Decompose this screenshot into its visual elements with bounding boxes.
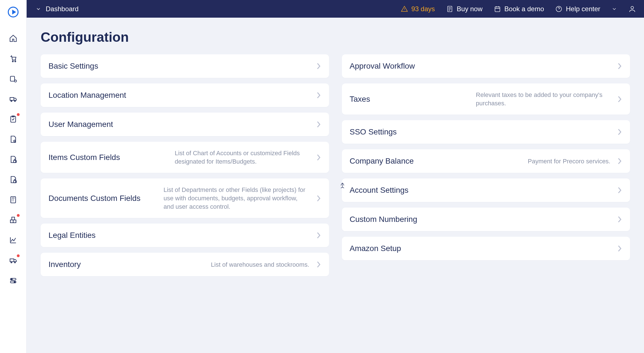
left-column: Basic Settings Location Management User …: [41, 54, 329, 276]
card-sso-settings[interactable]: SSO Settings: [342, 120, 630, 144]
card-title: Inventory: [48, 260, 81, 269]
card-title: Taxes: [350, 95, 370, 104]
calculator-icon[interactable]: [8, 195, 18, 205]
card-title: Documents Custom Fields: [48, 194, 140, 203]
topbar-right: 93 days Buy now Book a demo Help center: [401, 5, 636, 13]
svg-point-7: [14, 101, 15, 102]
svg-rect-12: [11, 197, 16, 203]
trial-days-label: 93 days: [411, 5, 435, 13]
chevron-right-icon: [617, 128, 622, 136]
card-title: Items Custom Fields: [48, 153, 120, 162]
dropdown-caret[interactable]: [611, 6, 617, 12]
svg-point-22: [14, 282, 15, 283]
card-approval-workflow[interactable]: Approval Workflow: [342, 54, 630, 78]
trial-days[interactable]: 93 days: [401, 5, 435, 13]
page-title: Configuration: [41, 29, 630, 45]
card-description: List of Departments or other Fields (lik…: [164, 186, 309, 211]
chevron-right-icon: [316, 154, 321, 161]
chevron-right-icon: [617, 245, 622, 252]
svg-point-26: [631, 6, 633, 9]
svg-point-18: [14, 262, 15, 263]
card-title: Amazon Setup: [350, 244, 401, 253]
chevron-right-icon: [617, 186, 622, 194]
card-basic-settings[interactable]: Basic Settings: [41, 54, 329, 78]
card-description: List of warehouses and stockrooms.: [211, 261, 309, 269]
cart-icon[interactable]: [8, 54, 18, 63]
receipt-icon: [446, 5, 453, 13]
card-title: Legal Entities: [48, 231, 96, 240]
buy-now-button[interactable]: Buy now: [446, 5, 483, 13]
document-cog-icon[interactable]: [8, 134, 18, 144]
card-title: Location Management: [48, 91, 126, 100]
user-menu[interactable]: [628, 5, 636, 13]
card-title: Account Settings: [350, 186, 409, 195]
svg-point-17: [11, 262, 12, 263]
card-description: Relevant taxes to be added to your compa…: [476, 91, 610, 107]
card-amazon-setup[interactable]: Amazon Setup: [342, 237, 630, 260]
card-legal-entities[interactable]: Legal Entities: [41, 224, 329, 247]
card-account-settings[interactable]: Account Settings: [342, 178, 630, 202]
card-items-custom-fields[interactable]: Items Custom Fields List of Chart of Acc…: [41, 142, 329, 173]
svg-point-6: [11, 101, 12, 102]
card-location-management[interactable]: Location Management: [41, 83, 329, 107]
card-title: Custom Numbering: [350, 215, 417, 224]
warning-icon: [401, 5, 408, 13]
svg-rect-3: [10, 76, 15, 81]
notification-badge: [17, 113, 20, 116]
svg-rect-15: [12, 217, 15, 220]
breadcrumb-dropdown[interactable]: Dashboard: [36, 5, 78, 13]
notification-badge: [17, 214, 20, 217]
topbar: Dashboard 93 days Buy now Book a demo He…: [27, 0, 644, 18]
shipments-icon[interactable]: [8, 256, 18, 265]
request-icon[interactable]: [8, 74, 18, 83]
book-demo-button[interactable]: Book a demo: [494, 5, 544, 13]
chevron-right-icon: [316, 120, 321, 128]
chevron-right-icon: [316, 261, 321, 268]
card-taxes[interactable]: Taxes Relevant taxes to be added to your…: [342, 83, 630, 115]
card-inventory[interactable]: Inventory List of warehouses and stockro…: [41, 253, 329, 276]
notification-badge: [17, 254, 20, 257]
chevron-right-icon: [316, 91, 321, 99]
boxes-icon[interactable]: [8, 215, 18, 225]
user-icon: [628, 5, 636, 13]
chevron-right-icon: [617, 215, 622, 223]
app-logo[interactable]: [7, 6, 19, 18]
sidebar-rail: [0, 0, 27, 353]
card-title: SSO Settings: [350, 127, 397, 136]
card-title: Company Balance: [350, 157, 414, 166]
home-icon[interactable]: [8, 34, 18, 43]
settings-toggle-icon[interactable]: [8, 276, 18, 285]
svg-point-2: [15, 61, 16, 62]
chevron-down-icon: [611, 6, 617, 12]
chevron-right-icon: [316, 194, 321, 202]
file-lock-alt-icon[interactable]: [8, 175, 18, 184]
card-description: List of Chart of Accounts or customized …: [175, 149, 309, 166]
card-documents-custom-fields[interactable]: Documents Custom Fields List of Departme…: [41, 178, 329, 218]
card-title: Basic Settings: [48, 62, 98, 71]
svg-rect-24: [495, 7, 500, 11]
chevron-right-icon: [316, 62, 321, 70]
svg-rect-16: [10, 259, 14, 262]
book-demo-label: Book a demo: [504, 5, 544, 13]
truck-list-icon[interactable]: [8, 94, 18, 104]
svg-rect-5: [10, 97, 14, 100]
help-center-button[interactable]: Help center: [555, 5, 600, 13]
clipboard-check-icon[interactable]: [8, 114, 18, 124]
buy-now-label: Buy now: [457, 5, 483, 13]
main-content: Configuration Basic Settings Location Ma…: [27, 18, 644, 353]
svg-point-9: [14, 140, 15, 142]
card-company-balance[interactable]: Company Balance Payment for Precoro serv…: [342, 149, 630, 173]
card-user-management[interactable]: User Management: [41, 113, 329, 136]
calendar-icon: [494, 5, 501, 13]
card-title: User Management: [48, 120, 113, 129]
svg-point-1: [12, 61, 13, 62]
card-description: Payment for Precoro services.: [528, 157, 610, 166]
help-center-label: Help center: [566, 5, 600, 13]
card-custom-numbering[interactable]: Custom Numbering: [342, 208, 630, 231]
chart-icon[interactable]: [8, 235, 18, 245]
chevron-right-icon: [617, 62, 622, 70]
card-title: Approval Workflow: [350, 62, 415, 71]
file-lock-icon[interactable]: [8, 155, 18, 164]
chevron-down-icon: [36, 6, 41, 12]
svg-rect-14: [13, 220, 16, 223]
